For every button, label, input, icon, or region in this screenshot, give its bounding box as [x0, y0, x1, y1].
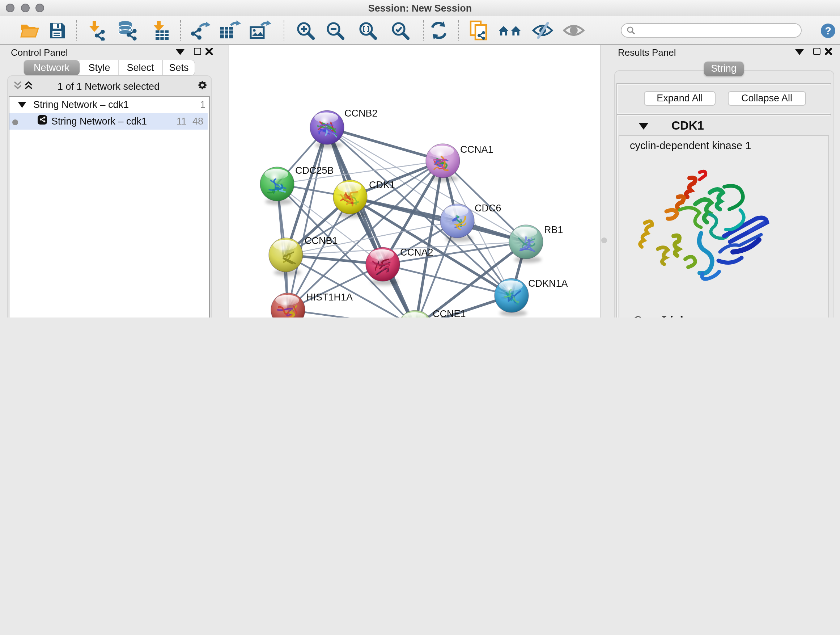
- svg-text:CDKN1A: CDKN1A: [528, 278, 568, 289]
- svg-text:CCNB1: CCNB1: [305, 235, 338, 246]
- svg-text:CCNB2: CCNB2: [344, 108, 378, 119]
- svg-text:HIST1H1A: HIST1H1A: [306, 292, 353, 302]
- svg-text:CDC6: CDC6: [475, 203, 501, 214]
- svg-text:RB1: RB1: [544, 225, 563, 235]
- svg-text:CDK1: CDK1: [369, 180, 395, 190]
- svg-text:CCNA2: CCNA2: [400, 247, 433, 258]
- svg-text:CCNA1: CCNA1: [460, 144, 493, 155]
- svg-text:CDC25B: CDC25B: [295, 165, 334, 176]
- svg-text:CCNE1: CCNE1: [433, 309, 466, 318]
- svg-text:?: ?: [825, 25, 831, 36]
